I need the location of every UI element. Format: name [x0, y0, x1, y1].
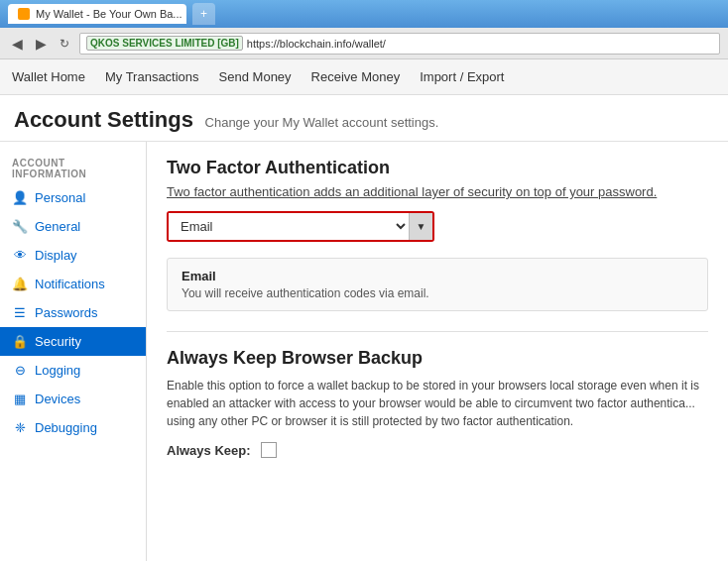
sidebar-item-notifications[interactable]: 🔔Notifications	[0, 270, 146, 298]
address-url: https://blockchain.info/wallet/	[247, 38, 386, 50]
sidebar-item-passwords[interactable]: ☰Passwords	[0, 298, 146, 327]
personal-icon: 👤	[12, 190, 28, 205]
two-factor-title: Two Factor Authentication	[167, 158, 708, 178]
sidebar-item-personal[interactable]: 👤Personal	[0, 183, 146, 212]
always-keep-desc: Enable this option to force a wallet bac…	[167, 377, 708, 430]
two-factor-dropdown[interactable]: EmailGoogle AuthenticatorSMSNone	[169, 213, 409, 240]
main-content: Two Factor Authentication Two factor aut…	[147, 142, 728, 561]
sidebar-item-logging[interactable]: ⊖Logging	[0, 356, 146, 385]
sidebar-label-notifications: Notifications	[35, 277, 105, 291]
site-nav: Wallet HomeMy TransactionsSend MoneyRece…	[0, 59, 728, 95]
sidebar-label-security: Security	[35, 334, 81, 349]
sidebar-item-display[interactable]: 👁Display	[0, 241, 146, 270]
sidebar-item-general[interactable]: 🔧General	[0, 212, 146, 241]
dropdown-arrow-icon[interactable]: ▼	[409, 213, 432, 240]
email-info-title: Email	[182, 269, 693, 283]
always-keep-title: Always Keep Browser Backup	[167, 348, 708, 369]
logging-icon: ⊖	[12, 363, 28, 378]
sidebar-label-logging: Logging	[35, 363, 80, 378]
page-header: Account Settings Change your My Wallet a…	[0, 95, 728, 142]
sidebar-label-general: General	[35, 219, 80, 234]
address-bar[interactable]: QKOS SERVICES LIMITED [GB] https://block…	[79, 33, 720, 55]
main-layout: ACCOUNT INFORMATION 👤Personal🔧General👁Di…	[0, 142, 728, 561]
devices-icon: ▦	[12, 392, 28, 406]
browser-titlebar: My Wallet - Be Your Own Ba... × +	[0, 0, 728, 28]
back-button[interactable]: ◀	[8, 35, 26, 53]
email-info-desc: You will receive authentication codes vi…	[182, 286, 693, 300]
sidebar-label-display: Display	[35, 248, 77, 263]
always-keep-label: Always Keep:	[167, 443, 251, 458]
two-factor-dropdown-container[interactable]: EmailGoogle AuthenticatorSMSNone ▼	[167, 211, 434, 242]
sidebar-label-passwords: Passwords	[35, 305, 98, 320]
sidebar-item-debugging[interactable]: ❈Debugging	[0, 413, 146, 442]
browser-tab[interactable]: My Wallet - Be Your Own Ba... ×	[8, 4, 186, 24]
sidebar-label-personal: Personal	[35, 190, 85, 205]
general-icon: 🔧	[12, 219, 28, 234]
sidebar-item-security[interactable]: 🔒Security	[0, 327, 146, 356]
nav-item-import-export[interactable]: Import / Export	[420, 61, 504, 92]
section-divider	[167, 331, 708, 332]
nav-item-wallet-home[interactable]: Wallet Home	[12, 61, 85, 92]
notifications-icon: 🔔	[12, 277, 28, 291]
browser-addressbar: ◀ ▶ ↻ QKOS SERVICES LIMITED [GB] https:/…	[0, 28, 728, 59]
sidebar: ACCOUNT INFORMATION 👤Personal🔧General👁Di…	[0, 142, 147, 561]
email-info-box: Email You will receive authentication co…	[167, 258, 708, 311]
security-icon: 🔒	[12, 334, 28, 349]
nav-item-my-transactions[interactable]: My Transactions	[105, 61, 199, 92]
tab-title: My Wallet - Be Your Own Ba...	[36, 8, 182, 20]
forward-button[interactable]: ▶	[32, 35, 50, 53]
sidebar-label-debugging: Debugging	[35, 420, 97, 435]
sidebar-item-devices[interactable]: ▦Devices	[0, 385, 146, 413]
nav-item-send-money[interactable]: Send Money	[219, 61, 292, 92]
page-title: Account Settings	[14, 107, 193, 132]
always-keep-checkbox[interactable]	[261, 442, 277, 458]
page-subtitle: Change your My Wallet account settings.	[205, 115, 439, 130]
passwords-icon: ☰	[12, 305, 28, 320]
ssl-badge: QKOS SERVICES LIMITED [GB]	[86, 36, 243, 51]
nav-item-receive-money[interactable]: Receive Money	[311, 61, 401, 92]
new-tab-button[interactable]: +	[192, 3, 215, 25]
two-factor-section: Two Factor Authentication Two factor aut…	[167, 158, 708, 258]
sidebar-section-label: ACCOUNT INFORMATION	[0, 152, 146, 183]
two-factor-desc: Two factor authentication adds an additi…	[167, 184, 708, 199]
debugging-icon: ❈	[12, 420, 28, 435]
display-icon: 👁	[12, 248, 28, 263]
tab-favicon	[18, 8, 30, 20]
always-keep-row: Always Keep:	[167, 442, 708, 458]
sidebar-label-devices: Devices	[35, 392, 80, 406]
always-keep-section: Always Keep Browser Backup Enable this o…	[167, 348, 708, 458]
refresh-button[interactable]: ↻	[56, 35, 73, 53]
